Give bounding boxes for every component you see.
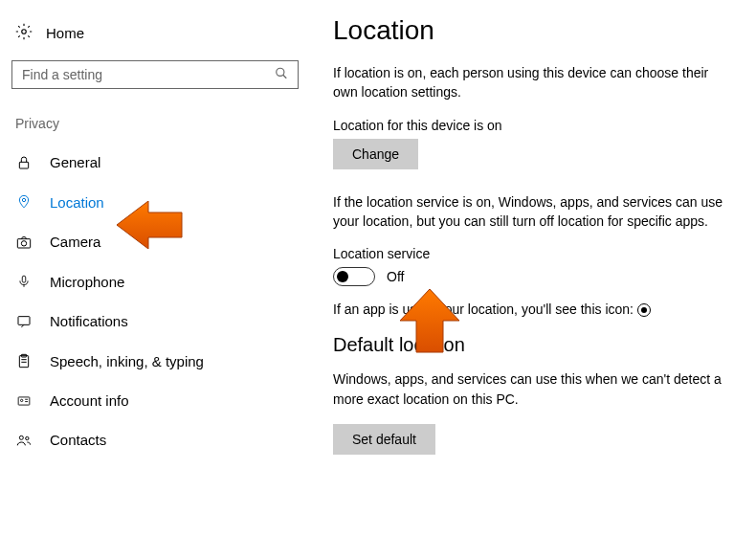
location-pin-icon xyxy=(15,193,33,211)
sidebar-item-location[interactable]: Location xyxy=(11,182,299,222)
set-default-button[interactable]: Set default xyxy=(333,424,435,455)
sidebar-item-label: Microphone xyxy=(50,274,124,290)
svg-point-18 xyxy=(26,436,29,439)
svg-point-4 xyxy=(22,198,25,201)
lock-icon xyxy=(15,155,33,170)
search-input-container[interactable] xyxy=(11,60,299,89)
sidebar-item-contacts[interactable]: Contacts xyxy=(11,420,299,459)
sidebar-item-microphone[interactable]: Microphone xyxy=(11,261,299,302)
svg-line-2 xyxy=(283,75,287,78)
sidebar-item-label: Camera xyxy=(50,234,100,250)
svg-rect-5 xyxy=(17,238,30,247)
id-card-icon xyxy=(15,394,33,408)
location-service-toggle[interactable] xyxy=(333,267,375,286)
svg-rect-8 xyxy=(18,316,30,324)
camera-icon xyxy=(15,234,33,250)
section-header-privacy: Privacy xyxy=(11,112,299,143)
sidebar-item-label: General xyxy=(50,154,100,170)
svg-point-6 xyxy=(21,240,26,245)
svg-rect-3 xyxy=(19,162,28,168)
clipboard-icon xyxy=(15,352,33,369)
page-title: Location xyxy=(333,15,729,46)
settings-sidebar: Home Privacy General Location Camera Mic xyxy=(0,0,306,536)
microphone-icon xyxy=(15,273,33,290)
people-icon xyxy=(15,433,33,448)
sidebar-item-notifications[interactable]: Notifications xyxy=(11,302,299,341)
default-location-desc: Windows, apps, and services can use this… xyxy=(333,369,729,409)
gear-icon xyxy=(15,23,33,43)
sidebar-item-label: Contacts xyxy=(50,432,106,448)
svg-rect-13 xyxy=(18,396,30,404)
svg-point-14 xyxy=(21,399,23,401)
device-location-status: Location for this device is on xyxy=(333,118,729,133)
sidebar-item-label: Notifications xyxy=(50,313,128,329)
sidebar-item-camera[interactable]: Camera xyxy=(11,222,299,261)
location-in-use-icon xyxy=(637,303,651,317)
search-icon xyxy=(275,67,288,83)
sidebar-item-label: Account info xyxy=(50,392,129,409)
location-intro-text: If location is on, each person using thi… xyxy=(333,63,729,102)
location-in-use-text: If an app is using your location, you'll… xyxy=(333,300,729,319)
sidebar-item-speech[interactable]: Speech, inking, & typing xyxy=(11,341,299,381)
home-nav[interactable]: Home xyxy=(11,15,299,60)
sidebar-item-account[interactable]: Account info xyxy=(11,381,299,420)
svg-rect-7 xyxy=(22,276,26,282)
svg-point-1 xyxy=(277,68,284,76)
location-service-desc: If the location service is on, Windows, … xyxy=(333,192,729,232)
change-button[interactable]: Change xyxy=(333,139,418,169)
sidebar-item-label: Speech, inking, & typing xyxy=(50,353,204,369)
sidebar-item-label: Location xyxy=(50,194,104,211)
settings-content: Location If location is on, each person … xyxy=(306,0,756,536)
home-label: Home xyxy=(46,25,84,41)
notifications-icon xyxy=(15,314,33,329)
svg-point-17 xyxy=(19,436,23,439)
svg-point-0 xyxy=(22,30,27,34)
location-service-label: Location service xyxy=(333,246,729,261)
toggle-state-text: Off xyxy=(387,269,404,284)
search-input[interactable] xyxy=(22,67,288,82)
sidebar-item-general[interactable]: General xyxy=(11,143,299,182)
default-location-heading: Default location xyxy=(333,334,729,356)
